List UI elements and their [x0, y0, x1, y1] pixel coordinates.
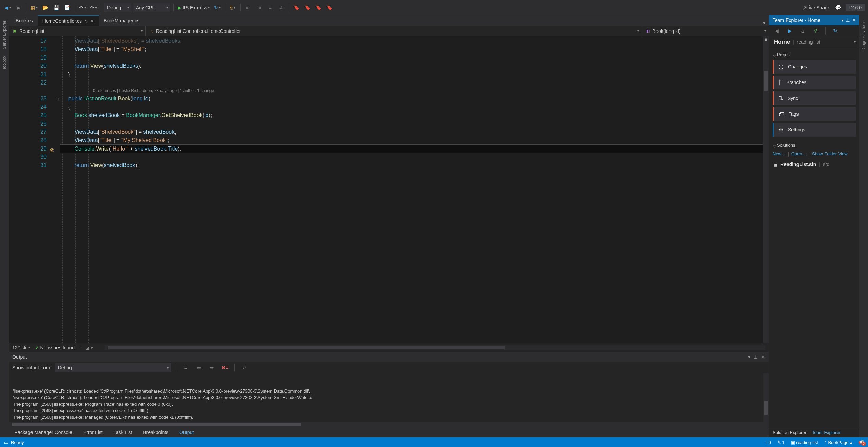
bottom-tab[interactable]: Package Manager Console — [12, 428, 74, 436]
code-line[interactable]: ViewData["Title"] = "My Shelved Book"; — [60, 136, 763, 144]
step-button-1[interactable]: ⎘▾ — [228, 3, 238, 12]
te-tile-sync[interactable]: ⇅Sync — [773, 91, 856, 105]
side-tab-toolbox[interactable]: Toolbox — [1, 52, 8, 73]
code-line[interactable]: ViewData["ShelvedBooks"] = shelvedBooks; — [60, 37, 763, 45]
code-line[interactable]: { — [60, 103, 763, 111]
split-icon[interactable]: ⊟ — [764, 37, 768, 42]
issues-indicator[interactable]: ✔ No issues found — [35, 345, 75, 350]
notifications-button[interactable]: 📢 — [858, 440, 864, 445]
nav-member-select[interactable]: ◧Book(long id) — [642, 26, 769, 36]
bottom-tab[interactable]: Breakpoints — [141, 428, 170, 436]
side-tab-diagnostic-tools[interactable]: Diagnostic Tools — [860, 17, 867, 54]
window-position-button[interactable]: ▾ — [841, 18, 843, 23]
start-debug-button[interactable]: ▶ IIS Express▾ — [176, 3, 211, 12]
tab-overflow-button[interactable]: ▾ — [763, 20, 769, 26]
output-source-select[interactable]: Debug — [55, 363, 171, 372]
te-showfolder-link[interactable]: Show Folder View — [812, 151, 848, 157]
te-solutions-section[interactable]: Solutions — [773, 141, 856, 151]
pending-changes-indicator[interactable]: ✎ 1 — [777, 440, 785, 445]
output-text[interactable]: 'iisexpress.exe' (CoreCLR: clrhost): Loa… — [9, 373, 769, 422]
open-file-button[interactable]: 📂 — [40, 3, 50, 12]
close-panel-button[interactable]: ✕ — [761, 354, 765, 360]
te-new-link[interactable]: New… — [773, 151, 786, 157]
nav-fwd-button[interactable]: ▶ — [14, 3, 23, 12]
output-prev-button[interactable]: ⇐ — [194, 363, 204, 372]
bookmark-next-button[interactable]: 🔖 — [314, 3, 323, 12]
code-line[interactable] — [60, 153, 763, 161]
live-share-button[interactable]: ⬀ Live Share — [801, 3, 831, 12]
output-next-button[interactable]: ⇒ — [207, 363, 217, 372]
indent-in-button[interactable]: ⇥ — [254, 3, 264, 12]
save-button[interactable]: 💾 — [51, 3, 61, 12]
fold-toggle[interactable]: ⊟ — [53, 94, 60, 103]
code-line[interactable] — [60, 54, 763, 62]
te-tile-settings[interactable]: ⚙Settings — [773, 123, 856, 137]
output-hscroll[interactable] — [9, 422, 769, 427]
pin-icon[interactable]: ⊖ — [85, 19, 88, 23]
browser-refresh-button[interactable]: ↻▾ — [213, 3, 222, 12]
te-fwd-button[interactable]: ▶ — [785, 26, 794, 36]
output-clear-button[interactable]: ✖≡ — [220, 363, 230, 372]
te-plug-button[interactable]: ⚲ — [811, 26, 820, 36]
close-icon[interactable]: ✕ — [90, 18, 94, 24]
health-indicator[interactable]: ◢ ▾ — [86, 345, 93, 350]
te-back-button[interactable]: ◀ — [772, 26, 781, 36]
output-find-button[interactable]: ≡ — [181, 363, 191, 372]
te-home-button[interactable]: ⌂ — [798, 26, 807, 36]
editor-tab[interactable]: HomeController.cs⊖✕ — [38, 15, 99, 26]
zoom-select[interactable]: 120 %▾ — [12, 345, 30, 350]
output-wrap-button[interactable]: ↩ — [240, 363, 249, 372]
te-open-link[interactable]: Open… — [791, 151, 807, 157]
config-select[interactable]: Debug — [104, 3, 131, 12]
te-tile-branches[interactable]: ᚴBranches — [773, 76, 856, 89]
bottom-tab[interactable]: Error List — [81, 428, 105, 436]
te-project-section[interactable]: Project — [773, 51, 856, 60]
code-line[interactable]: return View(shelvedBooks); — [60, 62, 763, 70]
code-editor[interactable]: 17181920212223242526272829🛠3031 ⊟ ViewDa… — [9, 36, 769, 343]
window-position-button[interactable]: ▾ — [748, 354, 750, 360]
te-context-header[interactable]: Home | reading-list — [769, 36, 859, 48]
autohide-button[interactable]: ⊥ — [754, 354, 758, 360]
bottom-tab[interactable]: Task List — [112, 428, 134, 436]
panel-title-bar[interactable]: Team Explorer - Home ▾ ⊥ ✕ — [769, 15, 859, 25]
publish-indicator[interactable]: ↑ 0 — [765, 440, 771, 445]
code-line[interactable]: public IActionResult Book(long id) — [60, 94, 763, 103]
new-project-button[interactable]: ▦▾ — [29, 3, 39, 12]
indent-out-button[interactable]: ⇤ — [243, 3, 253, 12]
codelens[interactable]: 0 references | Leslie Richardson, 73 day… — [60, 87, 763, 94]
code-line[interactable] — [60, 79, 763, 87]
uncomment-button[interactable]: ≢ — [276, 3, 286, 12]
bookmark-button[interactable]: 🔖 — [292, 3, 301, 12]
editor-tab[interactable]: Book.cs — [11, 15, 38, 26]
nav-type-select[interactable]: ⛬ReadingList.Controllers.HomeController — [146, 26, 642, 36]
branch-indicator[interactable]: ᚶ BookPage ▴ — [824, 440, 852, 445]
code-line[interactable]: ViewData["Title"] = "MyShelf"; — [60, 45, 763, 53]
code-line[interactable]: return View(shelvedBook); — [60, 161, 763, 169]
editor-tab[interactable]: BookManager.cs — [99, 15, 144, 26]
horizontal-scrollbar[interactable] — [105, 345, 765, 350]
code-area[interactable]: ViewData["ShelvedBooks"] = shelvedBooks;… — [60, 36, 763, 343]
platform-select[interactable]: Any CPU — [133, 3, 170, 12]
feedback-button[interactable]: 💬 — [833, 3, 843, 12]
code-line[interactable] — [60, 120, 763, 128]
code-line[interactable]: Book shelvedBook = BookManager.GetShelve… — [60, 111, 763, 119]
nav-project-select[interactable]: ▣ReadingList — [9, 26, 146, 36]
comment-button[interactable]: ≡ — [265, 3, 275, 12]
vertical-scrollbar[interactable]: ⊟ — [763, 36, 769, 343]
tab-solution-explorer[interactable]: Solution Explorer — [773, 430, 806, 435]
nav-back-button[interactable]: ◀▾ — [3, 3, 12, 12]
close-panel-button[interactable]: ✕ — [852, 18, 856, 23]
redo-button[interactable]: ↷▾ — [89, 3, 98, 12]
save-all-button[interactable]: 📑 — [62, 3, 72, 12]
bookmark-clear-button[interactable]: 🔖 — [303, 3, 312, 12]
tab-team-explorer[interactable]: Team Explorer — [812, 430, 841, 435]
repo-indicator[interactable]: ▣ reading-list — [791, 440, 818, 445]
code-line[interactable]: ViewData["ShelvedBook"] = shelvedBook; — [60, 128, 763, 136]
undo-button[interactable]: ↶▾ — [78, 3, 87, 12]
te-tile-changes[interactable]: ◷Changes — [773, 60, 856, 74]
bottom-tab[interactable]: Output — [177, 428, 196, 436]
te-refresh-button[interactable]: ↻ — [830, 26, 840, 36]
code-line[interactable]: Console.Write("Hello " + shelvedBook.Tit… — [60, 145, 763, 153]
side-tab-server-explorer[interactable]: Server Explorer — [1, 17, 8, 52]
te-solution-item[interactable]: ▣ ReadingList.sln | src — [773, 160, 856, 168]
